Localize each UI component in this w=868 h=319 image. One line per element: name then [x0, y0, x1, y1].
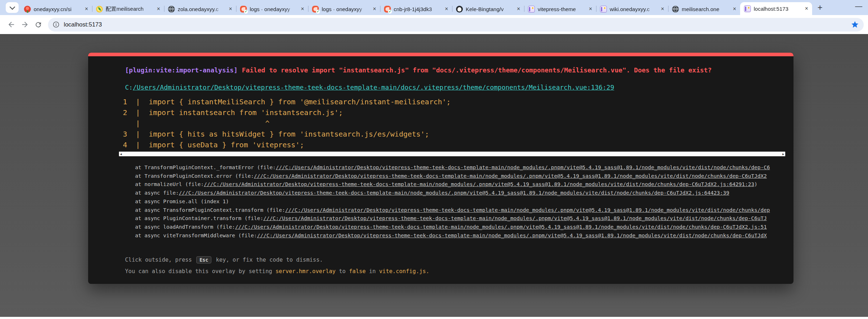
- minimize-icon[interactable]: —: [855, 2, 862, 10]
- stack-file-link[interactable]: ///C:/Users/Administrator/Desktop/vitepr…: [204, 181, 754, 187]
- scroll-right-icon[interactable]: ▸: [782, 152, 784, 156]
- stack-file-link[interactable]: ///C:/Users/Administrator/Desktop/vitepr…: [235, 224, 767, 230]
- stack-frame-text: at async viteTransformMiddleware (file:: [135, 233, 257, 238]
- tab-title: logs · onedayxyy: [322, 6, 368, 12]
- stack-file-link[interactable]: ///C:/Users/Administrator/Desktop/vitepr…: [285, 207, 770, 213]
- browser-tab[interactable]: meilisearch.one ×: [668, 3, 740, 15]
- browser-tab[interactable]: logs · onedayxyy ×: [236, 3, 308, 15]
- tab-title: zola.onedayxyy.c: [178, 6, 224, 12]
- url-text[interactable]: localhost:5173: [64, 21, 850, 28]
- stack-frame-text: at normalizeUrl (file:: [135, 181, 204, 187]
- stack-trace: at TransformPluginContext._formatError (…: [135, 163, 785, 240]
- cnb-favicon-icon: [384, 6, 391, 13]
- stack-frame-text: at async TransformPluginContext.transfor…: [135, 207, 285, 213]
- stack-frame: at async TransformPluginContext.transfor…: [135, 206, 785, 215]
- error-accent-bar: [88, 53, 793, 56]
- stack-file-link[interactable]: ///C:/Users/Administrator/Desktop/vitepr…: [179, 190, 729, 196]
- error-plugin-label: [plugin:vite:import-analysis]: [125, 66, 238, 74]
- taskbar-edge: [0, 317, 868, 319]
- stack-frame-text: at async loadAndTransform (file:: [135, 224, 235, 230]
- close-icon[interactable]: ×: [155, 6, 162, 13]
- tab-title: wiki.onedayxyy.c: [610, 6, 656, 12]
- tab-title: localhost:5173: [754, 6, 800, 12]
- book-favicon-icon: [600, 6, 607, 13]
- new-tab-button[interactable]: +: [814, 2, 826, 13]
- bookmark-button[interactable]: [850, 20, 859, 29]
- close-icon[interactable]: ×: [443, 6, 450, 13]
- browser-tab[interactable]: wiki.onedayxyy.c ×: [596, 3, 668, 15]
- scroll-left-icon[interactable]: ◂: [120, 152, 122, 156]
- tab-title: Kele-Bingtang/v: [466, 6, 512, 12]
- forward-arrow-icon: [21, 20, 29, 29]
- stack-frame: at async file:///C:/Users/Administrator/…: [135, 189, 785, 197]
- tab-strip: onedayxyy.cn/si × 配置meilisearch × zola.o…: [0, 0, 868, 15]
- flower-favicon-icon: [24, 6, 31, 13]
- hmr-overlay-code: server.hmr.overlay: [275, 268, 336, 275]
- false-code: false: [349, 268, 366, 275]
- close-icon[interactable]: ×: [83, 6, 90, 13]
- forward-button[interactable]: [18, 18, 32, 32]
- stack-frame: at async loadAndTransform (file:///C:/Us…: [135, 223, 785, 232]
- close-icon[interactable]: ×: [371, 6, 378, 13]
- tab-title: 配置meilisearch: [106, 6, 152, 13]
- browser-tab[interactable]: localhost:5173 ×: [740, 2, 812, 15]
- close-icon[interactable]: ×: [587, 6, 594, 13]
- stack-frame: at TransformPluginContext._formatError (…: [135, 163, 785, 172]
- tab-title: vitepress-theme: [538, 6, 584, 12]
- stack-frame: at async viteTransformMiddleware (file:/…: [135, 232, 785, 240]
- close-icon[interactable]: ×: [227, 6, 234, 13]
- tab-search-button[interactable]: [6, 2, 19, 13]
- browser-tab[interactable]: logs · onedayxyy ×: [308, 3, 380, 15]
- bookmark-star-icon: [851, 20, 859, 29]
- reload-button[interactable]: [32, 18, 45, 32]
- close-icon[interactable]: ×: [299, 6, 306, 13]
- horizontal-scrollbar[interactable]: ◂ ▸: [119, 152, 785, 156]
- browser-tab[interactable]: Kele-Bingtang/v ×: [452, 3, 524, 15]
- browser-tab[interactable]: 配置meilisearch ×: [92, 3, 164, 15]
- stack-file-link[interactable]: ///C:/Users/Administrator/Desktop/vitepr…: [254, 173, 767, 179]
- close-icon[interactable]: ×: [515, 6, 522, 13]
- browser-tab[interactable]: vitepress-theme ×: [524, 3, 596, 15]
- error-message-body: Failed to resolve import "instantsearch.…: [242, 66, 711, 74]
- address-bar[interactable]: localhost:5173: [48, 18, 864, 32]
- file-drive-prefix: C:: [125, 84, 133, 91]
- browser-toolbar: localhost:5173: [0, 15, 868, 34]
- globe-favicon-icon: [168, 6, 175, 13]
- tab-list: onedayxyy.cn/si × 配置meilisearch × zola.o…: [20, 0, 812, 15]
- vite-config-code: vite.config.js.: [379, 268, 429, 275]
- site-info-icon[interactable]: [52, 21, 60, 28]
- browser-tab[interactable]: onedayxyy.cn/si ×: [20, 3, 92, 15]
- book-favicon-icon: [528, 6, 535, 13]
- close-icon[interactable]: ×: [659, 6, 666, 13]
- close-icon[interactable]: ×: [731, 6, 738, 13]
- reload-icon: [34, 21, 42, 29]
- error-file-link[interactable]: C:/Users/Administrator/Desktop/vitepress…: [125, 84, 785, 91]
- tab-title: cnb-jr8-1j4j3dk3: [394, 6, 440, 12]
- tab-title: onedayxyy.cn/si: [34, 6, 80, 12]
- vite-error-overlay: [plugin:vite:import-analysis]Failed to r…: [88, 53, 793, 284]
- stack-frame: at async Promise.all (index 1): [135, 197, 785, 206]
- cnb-favicon-icon: [312, 6, 319, 13]
- stack-frame-text: at async PluginContainer.transform (file…: [135, 215, 263, 221]
- file-path-link[interactable]: /Users/Administrator/Desktop/vitepress-t…: [133, 84, 614, 91]
- browser-tab[interactable]: zola.onedayxyy.c ×: [164, 3, 236, 15]
- tab-title: logs · onedayxyy: [250, 6, 296, 12]
- browser-tab[interactable]: cnb-jr8-1j4j3dk3 ×: [380, 3, 452, 15]
- stack-file-link[interactable]: ///C:/Users/Administrator/Desktop/vitepr…: [263, 215, 767, 221]
- tab-title: meilisearch.one: [682, 6, 728, 12]
- back-arrow-icon: [7, 20, 15, 29]
- back-button[interactable]: [4, 18, 18, 32]
- stack-file-link[interactable]: ///C:/Users/Administrator/Desktop/vitepr…: [257, 233, 767, 238]
- github-favicon-icon: [456, 6, 463, 13]
- stack-frame-text: at async Promise.all (index 1): [135, 199, 229, 204]
- cnb-favicon-icon: [240, 6, 247, 13]
- stack-file-link[interactable]: ///C:/Users/Administrator/Desktop/vitepr…: [276, 165, 770, 170]
- close-icon[interactable]: ×: [803, 5, 810, 12]
- stack-frame: at async PluginContainer.transform (file…: [135, 214, 785, 223]
- sprout-favicon-icon: [96, 6, 103, 13]
- stack-frame-text: at TransformPluginContext._formatError (…: [135, 165, 276, 170]
- stack-frame: at normalizeUrl (file:///C:/Users/Admini…: [135, 180, 785, 189]
- code-frame: 1 | import { instantMeiliSearch } from '…: [119, 96, 789, 150]
- stack-frame-text: at async file:: [135, 190, 179, 196]
- page-backdrop[interactable]: [plugin:vite:import-analysis]Failed to r…: [0, 34, 868, 317]
